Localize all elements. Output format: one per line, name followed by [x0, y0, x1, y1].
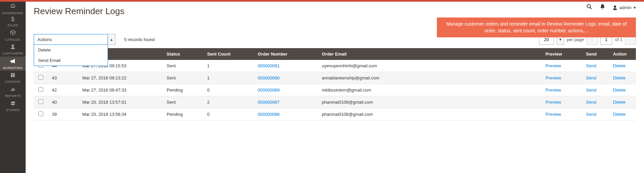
sidebar-item-reports[interactable]: REPORTS	[0, 85, 26, 99]
records-found-label: 5 records found	[124, 37, 155, 42]
dollar-icon: $	[11, 16, 15, 23]
cell-status: Pending	[163, 84, 203, 96]
row-checkbox[interactable]	[38, 87, 43, 92]
cell-sent-count: 0	[203, 84, 254, 96]
page-title: Review Reminder Logs	[34, 6, 636, 16]
col-order-number[interactable]: Order Number	[254, 48, 318, 60]
cell-sent-count: 2	[203, 96, 254, 108]
cell-email: phanmai0106@gmail.com	[318, 108, 541, 120]
col-action[interactable]: Action	[609, 48, 636, 60]
cell-status: Pending	[163, 108, 203, 120]
order-number-link[interactable]: 000000087	[258, 100, 280, 105]
per-page-label: per page	[567, 37, 584, 42]
page-of-label: of 1	[615, 37, 622, 42]
sidebar-item-stores[interactable]: STORES	[0, 99, 26, 113]
store-icon	[10, 101, 16, 108]
cell-order-number: 000000089	[254, 84, 318, 96]
order-number-link[interactable]: 000000090	[258, 75, 280, 80]
svg-point-0	[587, 4, 590, 8]
preview-link[interactable]: Preview	[545, 112, 561, 117]
admin-account-dropdown[interactable]: admin ▾	[612, 5, 636, 10]
admin-sidebar: DASHBOARD $ SALES CATALOG CUSTOMERS MARK…	[0, 0, 26, 127]
sidebar-item-label: REPORTS	[5, 94, 21, 98]
delete-link[interactable]: Delete	[613, 88, 626, 93]
col-sent-count[interactable]: Sent Count	[203, 48, 254, 60]
actions-menu-send-email[interactable]: Send Email	[34, 55, 108, 66]
main-content: admin ▾ Review Reminder Logs Manage cust…	[26, 0, 644, 127]
col-send[interactable]: Send	[582, 48, 609, 60]
cell-status: Sent	[163, 96, 203, 108]
cell-id: 40	[48, 96, 78, 108]
table-row[interactable]: 43Mar 27, 2018 09:13:22Sent1000000090ann…	[34, 72, 636, 84]
bell-icon[interactable]	[599, 4, 606, 11]
cell-order-number: 000000091	[254, 60, 318, 72]
chevron-down-icon: ▾	[634, 5, 636, 10]
sidebar-item-label: STORES	[6, 108, 20, 112]
actions-dropdown[interactable]: Actions	[34, 34, 108, 45]
sidebar-item-label: MARKETING	[3, 66, 23, 70]
sidebar-item-dashboard[interactable]: DASHBOARD	[0, 0, 26, 14]
cell-id: 39	[48, 108, 78, 120]
col-status[interactable]: Status	[163, 48, 203, 60]
row-checkbox[interactable]	[38, 111, 43, 116]
cell-order-number: 000000087	[254, 96, 318, 108]
sidebar-item-marketing[interactable]: MARKETING	[0, 57, 26, 71]
sidebar-item-sales[interactable]: $ SALES	[0, 14, 26, 28]
search-icon[interactable]	[586, 3, 593, 12]
preview-link[interactable]: Preview	[545, 100, 561, 105]
cell-order-number: 000000090	[254, 72, 318, 84]
cell-sent-count: 1	[203, 60, 254, 72]
actions-menu: Delete Send Email	[34, 45, 108, 66]
sidebar-item-label: DASHBOARD	[2, 11, 23, 15]
delete-link[interactable]: Delete	[613, 112, 626, 117]
order-number-link[interactable]: 000000086	[258, 112, 280, 117]
actions-menu-delete[interactable]: Delete	[34, 45, 108, 55]
cell-email: mktbssintern@gmail.com	[318, 84, 541, 96]
admin-username: admin	[620, 5, 632, 10]
delete-link[interactable]: Delete	[613, 63, 626, 68]
layout-icon	[10, 72, 16, 79]
cell-id: 43	[48, 72, 78, 84]
cell-email: annablankenship@gmail.com	[318, 72, 541, 84]
send-link[interactable]: Send	[586, 88, 596, 93]
preview-link[interactable]: Preview	[545, 75, 561, 80]
actions-toggle-button[interactable]: ▲	[108, 34, 115, 45]
send-link[interactable]: Send	[586, 75, 596, 80]
cell-status: Sent	[163, 60, 203, 72]
sidebar-item-customers[interactable]: CUSTOMERS	[0, 42, 26, 57]
sidebar-item-label: CUSTOMERS	[2, 52, 23, 55]
col-order-email[interactable]: Order Email	[318, 48, 541, 60]
person-icon	[10, 44, 16, 51]
cell-email: phanmai0106@gmail.com	[318, 96, 541, 108]
order-number-link[interactable]: 000000089	[258, 88, 280, 93]
delete-link[interactable]: Delete	[613, 100, 626, 105]
cell-date: Mar 20, 2018 13:56:34	[78, 108, 163, 120]
header-tools: admin ▾	[586, 3, 636, 12]
row-checkbox[interactable]	[38, 75, 43, 80]
preview-link[interactable]: Preview	[545, 63, 561, 68]
send-link[interactable]: Send	[586, 112, 596, 117]
preview-link[interactable]: Preview	[545, 88, 561, 93]
actions-label: Actions	[37, 37, 52, 42]
sidebar-item-catalog[interactable]: CATALOG	[0, 28, 26, 42]
cell-email: uyenuyennhinhi@gmail.com	[318, 60, 541, 72]
row-checkbox[interactable]	[38, 99, 43, 104]
delete-link[interactable]: Delete	[613, 75, 626, 80]
sidebar-item-label: CONTENT	[5, 80, 21, 83]
logs-table: ▼ ID Status Sent Count Order Number Orde…	[34, 48, 636, 120]
send-link[interactable]: Send	[586, 63, 596, 68]
sidebar-item-label: SALES	[7, 24, 18, 27]
bar-chart-icon	[10, 86, 16, 94]
cell-id: 42	[48, 84, 78, 96]
table-header: ▼ ID Status Sent Count Order Number Orde…	[34, 48, 636, 60]
table-row[interactable]: 42Mar 27, 2018 08:47:33Pending0000000089…	[34, 84, 636, 96]
table-row[interactable]: 40Mar 20, 2018 13:57:01Sent2000000087pha…	[34, 96, 636, 108]
sidebar-item-content[interactable]: CONTENT	[0, 71, 26, 85]
info-callout: Manage customer orders and reminder emai…	[437, 18, 636, 37]
gauge-icon	[10, 3, 16, 11]
table-row[interactable]: 39Mar 20, 2018 13:56:34Pending0000000086…	[34, 108, 636, 120]
send-link[interactable]: Send	[586, 100, 596, 105]
table-row[interactable]: 44Mar 27, 2018 09:15:53Sent1000000091uye…	[34, 60, 636, 72]
order-number-link[interactable]: 000000091	[258, 63, 280, 68]
col-preview[interactable]: Preview	[541, 48, 582, 60]
